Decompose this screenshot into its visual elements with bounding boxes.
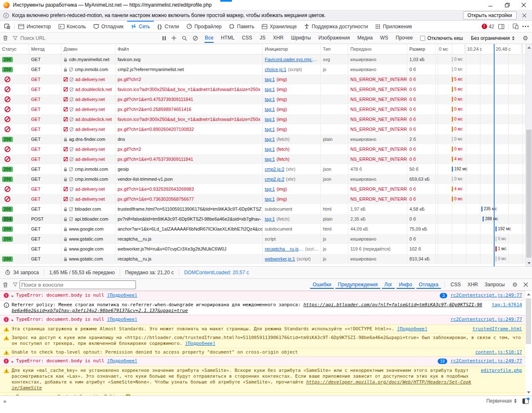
console-filter-инфо[interactable]: Инфо: [397, 279, 415, 290]
initiator-link[interactable]: cmp2.js:2: [265, 177, 284, 182]
initiator-link[interactable]: tag:1: [265, 87, 275, 92]
tab-network[interactable]: Сеть: [127, 21, 154, 32]
initiator-link[interactable]: cmp2.js:2: [265, 167, 284, 172]
disable-cache-control[interactable]: Отключить кеш: [417, 35, 466, 41]
source-link[interactable]: rc2Contentscript.js:249:77: [451, 358, 522, 364]
split-console-icon[interactable]: [498, 24, 504, 29]
source-link[interactable]: content.js:510:17: [475, 349, 522, 355]
initiator-link[interactable]: tag:1: [265, 147, 275, 152]
domcontentloaded-time[interactable]: DOMContentLoaded: 20,57 с: [179, 269, 254, 276]
initiator-link[interactable]: choice.js:1: [265, 67, 286, 72]
expand-twisty-icon[interactable]: ▶: [12, 317, 14, 323]
console-message[interactable]: !Эта страница загружена в режиме Almost …: [0, 324, 525, 333]
restore-button[interactable]: [499, 0, 515, 10]
column-initiator[interactable]: Инициатор: [263, 44, 321, 54]
console-input-row[interactable]: » Первичная: [0, 396, 532, 413]
element-picker-button[interactable]: [0, 21, 14, 32]
console-filter-лог[interactable]: Лог: [382, 279, 395, 290]
minimize-button[interactable]: [482, 0, 499, 10]
filter-прочее[interactable]: Прочее: [392, 32, 416, 44]
column-waterfall[interactable]: 0 мс 10,24 с 20,48 с: [436, 44, 525, 54]
message-url[interactable]: https://developer.mozilla.org/docs/Web/H…: [12, 379, 471, 391]
table-row[interactable]: 200GETcmp.inmobi.comgeoipcmp2.js:2(xhr)j…: [0, 164, 525, 174]
console-filter-ошибки[interactable]: Ошибки: [310, 279, 334, 290]
devtools-menu-icon[interactable]: [522, 26, 529, 27]
filter-шрифты[interactable]: Шрифты: [288, 32, 314, 44]
editor-mode-icon[interactable]: [522, 398, 529, 404]
initiator-link[interactable]: FaviconLoader.sys.mjs:17…: [265, 57, 318, 62]
error-count-badge[interactable]: ! 42: [482, 24, 494, 30]
search-icon[interactable]: [179, 32, 190, 44]
scroll-down-arrow[interactable]: [525, 389, 532, 396]
table-row[interactable]: 200GETag.dns-finder.comdnstag:1(fetch)pl…: [0, 134, 525, 144]
table-row[interactable]: 200GETwww.gstatic.comrecaptcha__ru.jsscr…: [0, 234, 525, 244]
table-row[interactable]: 204POSTapi.btloader.compv?nlf=false&tid=…: [0, 214, 525, 224]
tab-debugger[interactable]: Отладчик: [90, 21, 127, 32]
table-row[interactable]: 200GETcmp.inmobi.comcmp2.js?referer=myan…: [0, 64, 525, 74]
console-message[interactable]: !▶TypeError: document.body is null [Подр…: [0, 291, 525, 300]
console-scrollbar[interactable]: [525, 291, 532, 396]
close-button[interactable]: [515, 0, 532, 10]
console-message[interactable]: !Для куки «mal_cache_key» не установлено…: [0, 366, 525, 392]
tab-memory[interactable]: Память: [225, 21, 258, 32]
column-type[interactable]: Тип: [321, 44, 348, 54]
column-domain[interactable]: Домен: [62, 44, 116, 54]
clear-console-icon[interactable]: [0, 282, 11, 288]
console-filter-отладка[interactable]: Отладка: [416, 279, 441, 290]
console-filter-input[interactable]: [20, 280, 136, 289]
tab-inspector[interactable]: Инспектор: [15, 21, 55, 32]
initiator-link[interactable]: tag:1: [265, 187, 275, 192]
filter-изображения[interactable]: Изображения: [315, 32, 353, 44]
table-row[interactable]: GETad-delivery.netpx.gif?ch=2tag:1(fetch…: [0, 144, 525, 154]
filter-медиа[interactable]: Медиа: [354, 32, 376, 44]
learn-more-link[interactable]: [Подробнее]: [185, 341, 215, 346]
table-row[interactable]: 200GETwww.google.comanchor?ar=1&k=6Ld_1a…: [0, 224, 525, 234]
table-row[interactable]: GETwww.google.comwebworker.js?hl=ru&v=07…: [0, 244, 525, 254]
network-scrollbar[interactable]: [525, 44, 532, 266]
console-message[interactable]: iReferrer policy: Менее строгая политика…: [0, 300, 525, 315]
filter-css[interactable]: CSS: [239, 32, 256, 44]
initiator-link[interactable]: tag:1: [265, 77, 275, 82]
filter-ws[interactable]: WS: [377, 32, 392, 44]
expand-twisty-icon[interactable]: ▶: [12, 293, 14, 299]
evaluation-context-selector[interactable]: Первичная: [486, 398, 529, 404]
filter-js[interactable]: JS: [256, 32, 269, 44]
tab-storage[interactable]: Хранилище: [258, 21, 300, 32]
new-request-icon[interactable]: [169, 32, 179, 44]
console-filter-предупреждения[interactable]: Предупреждения: [335, 279, 380, 290]
disable-cache-checkbox[interactable]: [420, 36, 425, 41]
source-link[interactable]: rc2Contentscript.js:249:77: [451, 293, 522, 298]
tab-profiler[interactable]: Профайлер: [183, 21, 226, 32]
learn-more-link[interactable]: [Подробнее]: [107, 293, 137, 298]
clear-requests-icon[interactable]: [0, 32, 11, 44]
network-settings-gear-icon[interactable]: ⚙: [519, 35, 532, 41]
table-row[interactable]: GETad-delivery.netpx.gif?ch=1&e=0.890260…: [0, 124, 525, 134]
source-link[interactable]: trustedIframe.html: [473, 326, 522, 332]
scrollbar-thumb[interactable]: [526, 298, 531, 344]
initiator-link[interactable]: tag:1: [265, 197, 275, 202]
filter-все[interactable]: Все: [202, 32, 217, 44]
responsive-design-icon[interactable]: [513, 24, 518, 29]
column-method[interactable]: Метод: [29, 44, 62, 54]
table-row[interactable]: GETad-delivery.netpx.gif?ch=2tag:1(img)N…: [0, 74, 525, 84]
table-row[interactable]: 200GETcdn.myanimelist.netfavicon.svgFavi…: [0, 54, 525, 64]
source-link[interactable]: editprofile.php: [481, 368, 522, 374]
table-row[interactable]: 200GETcmp.inmobi.comvendor-list-trimmed-…: [0, 174, 525, 184]
column-size[interactable]: Размер: [407, 44, 436, 54]
url-filter-input[interactable]: [20, 35, 160, 42]
open-settings-button[interactable]: Открыть настройки: [463, 11, 517, 20]
initiator-link[interactable]: tag:1: [265, 97, 275, 102]
requests-count[interactable]: 34 запроса: [0, 269, 44, 276]
table-row[interactable]: GETad-delivery.netpx.gif?ch=2&e=0.258598…: [0, 104, 525, 114]
filter-html[interactable]: HTML: [217, 32, 238, 44]
initiator-link[interactable]: tag:1: [265, 127, 275, 132]
tab-application[interactable]: Приложение: [372, 21, 416, 32]
console-message[interactable]: !▶TypeError: document.body is null [Подр…: [0, 315, 525, 324]
throttling-select[interactable]: Без ограничения: [467, 35, 519, 41]
console-filter-xhr[interactable]: XHR: [465, 279, 480, 290]
scrollbar-thumb[interactable]: [526, 130, 532, 258]
console-message[interactable]: !Unable to check top-level optout: Permi…: [0, 348, 525, 356]
notification-close-icon[interactable]: [520, 12, 529, 19]
initiator-link[interactable]: webworker.js:1: [265, 256, 295, 261]
initiator-link[interactable]: tag:1: [265, 137, 275, 142]
